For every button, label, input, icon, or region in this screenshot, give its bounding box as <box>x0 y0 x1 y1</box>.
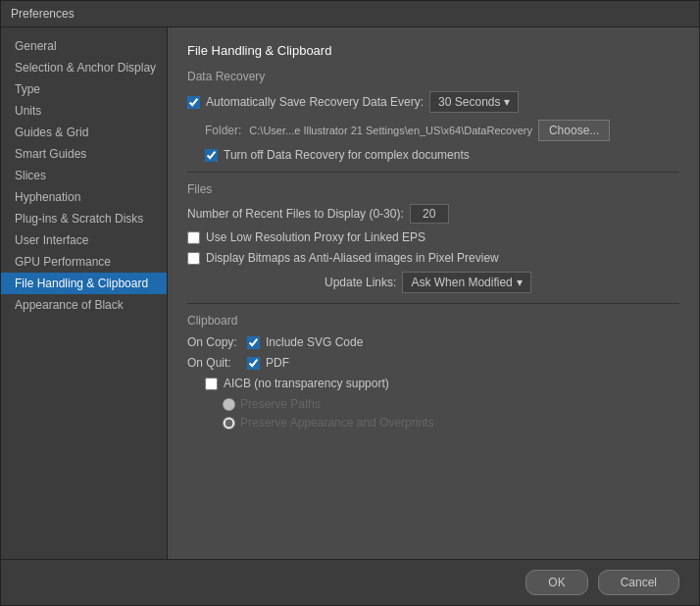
preferences-dialog: Preferences General Selection & Anchor D… <box>0 0 700 606</box>
on-quit-label: On Quit: <box>187 356 241 370</box>
chevron-down-icon: ▾ <box>517 276 523 289</box>
auto-save-row: Automatically Save Recovery Data Every: … <box>187 91 679 113</box>
aicb-checkbox[interactable] <box>205 378 218 390</box>
preserve-appearance-radio[interactable] <box>223 417 235 429</box>
display-bitmaps-checkbox[interactable] <box>187 252 200 265</box>
recent-files-label: Number of Recent Files to Display (0-30)… <box>187 207 404 221</box>
sidebar-item-slices[interactable]: Slices <box>1 165 167 186</box>
sidebar-item-appearance-black[interactable]: Appearance of Black <box>1 294 167 316</box>
sidebar-item-selection-anchor[interactable]: Selection & Anchor Display <box>1 57 167 78</box>
sidebar-item-gpu[interactable]: GPU Performance <box>1 251 167 273</box>
sidebar-item-guides-grid[interactable]: Guides & Grid <box>1 122 167 143</box>
sidebar-item-user-interface[interactable]: User Interface <box>1 229 167 251</box>
low-res-row: Use Low Resolution Proxy for Linked EPS <box>187 230 679 244</box>
sidebar-item-file-handling[interactable]: File Handling & Clipboard <box>1 273 167 294</box>
aicb-label: AICB (no transparency support) <box>224 377 389 390</box>
sidebar: General Selection & Anchor Display Type … <box>1 27 168 559</box>
update-links-dropdown[interactable]: Ask When Modified ▾ <box>402 272 530 293</box>
sidebar-item-general[interactable]: General <box>1 35 167 57</box>
update-links-row: Update Links: Ask When Modified ▾ <box>187 272 679 293</box>
aicb-row: AICB (no transparency support) <box>205 377 679 390</box>
pdf-checkbox[interactable] <box>247 357 260 370</box>
on-copy-row: On Copy: Include SVG Code <box>187 335 679 349</box>
main-content: File Handling & Clipboard Data Recovery … <box>168 27 699 559</box>
sidebar-item-hyphenation[interactable]: Hyphenation <box>1 186 167 208</box>
sidebar-item-plugins[interactable]: Plug-ins & Scratch Disks <box>1 208 167 229</box>
chevron-down-icon: ▾ <box>504 95 510 109</box>
preserve-paths-radio[interactable] <box>223 398 235 411</box>
update-links-label: Update Links: <box>325 276 396 289</box>
sidebar-item-units[interactable]: Units <box>1 100 167 122</box>
title-bar: Preferences <box>1 1 699 27</box>
on-copy-label: On Copy: <box>187 335 241 349</box>
low-res-label: Use Low Resolution Proxy for Linked EPS <box>206 230 425 244</box>
recent-files-input[interactable] <box>410 204 449 224</box>
pdf-label: PDF <box>266 356 289 370</box>
include-svg-label: Include SVG Code <box>266 335 363 349</box>
folder-row: Folder: C:\User...e Illustrator 21 Setti… <box>205 120 679 141</box>
auto-save-label: Automatically Save Recovery Data Every: <box>206 95 424 109</box>
data-recovery-title: Data Recovery <box>187 70 679 83</box>
auto-save-interval-dropdown[interactable]: 30 Seconds ▾ <box>429 91 519 113</box>
preserve-paths-row: Preserve Paths <box>223 397 679 411</box>
include-svg-checkbox[interactable] <box>247 336 260 349</box>
cancel-button[interactable]: Cancel <box>598 570 679 595</box>
choose-button[interactable]: Choose... <box>538 120 610 141</box>
display-bitmaps-label: Display Bitmaps as Anti-Aliased images i… <box>206 251 499 265</box>
preserve-appearance-row: Preserve Appearance and Overprints <box>223 416 679 429</box>
folder-label: Folder: <box>205 124 241 137</box>
dialog-title: Preferences <box>11 7 75 21</box>
preserve-appearance-label: Preserve Appearance and Overprints <box>240 416 433 429</box>
section-title: File Handling & Clipboard <box>187 43 679 58</box>
sidebar-item-smart-guides[interactable]: Smart Guides <box>1 143 167 165</box>
auto-save-checkbox[interactable] <box>187 96 200 109</box>
ok-button[interactable]: OK <box>525 570 587 595</box>
sidebar-item-type[interactable]: Type <box>1 78 167 100</box>
files-title: Files <box>187 182 679 196</box>
turn-off-label: Turn off Data Recovery for complex docum… <box>224 148 470 162</box>
recent-files-row: Number of Recent Files to Display (0-30)… <box>187 204 679 224</box>
display-bitmaps-row: Display Bitmaps as Anti-Aliased images i… <box>187 251 679 265</box>
bottom-bar: OK Cancel <box>1 559 699 605</box>
clipboard-title: Clipboard <box>187 314 679 328</box>
preserve-paths-label: Preserve Paths <box>240 397 321 411</box>
turn-off-checkbox[interactable] <box>205 149 218 162</box>
folder-path: C:\User...e Illustrator 21 Settings\en_U… <box>249 125 532 136</box>
turn-off-row: Turn off Data Recovery for complex docum… <box>205 148 679 162</box>
low-res-checkbox[interactable] <box>187 231 200 244</box>
on-quit-row: On Quit: PDF <box>187 356 679 370</box>
